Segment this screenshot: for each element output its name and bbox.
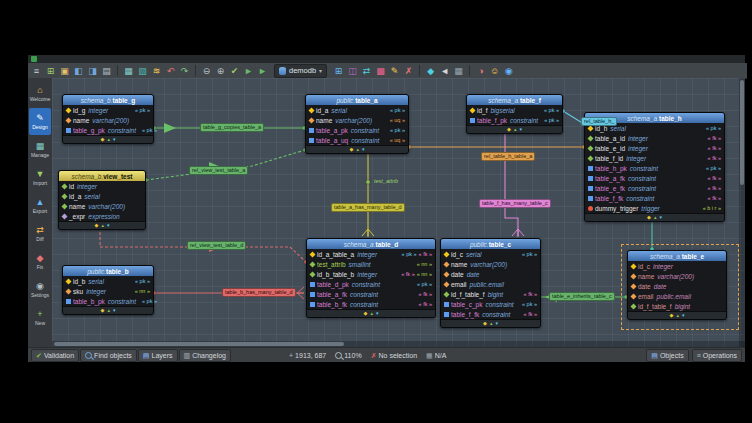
constraint-row[interactable]: table_f_fkconstraint« fk » [585,193,724,203]
collapse-icon[interactable]: ▴ [101,223,104,228]
statusbar-tab-layers[interactable]: ▤Layers [138,349,178,362]
relationship-label[interactable]: rel_view_test_table_a [189,166,248,175]
expand-icon[interactable]: ◆ [364,311,368,316]
sidebar-item-fix[interactable]: ◆Fix [29,248,51,275]
column-row[interactable]: id_f_table_fbigint« fk » [441,289,540,299]
table-header[interactable]: public.table_c [441,239,540,249]
column-row[interactable]: datedate [628,281,726,291]
constraint-row[interactable]: table_h_pkconstraint« pk » [585,163,724,173]
collapse-icon[interactable]: ▴ [514,127,517,132]
open-model-icon[interactable]: ▣ [58,65,71,77]
panel-button-objects[interactable]: ▤Objects [646,349,688,362]
new-table-icon[interactable]: ⊞ [332,65,345,77]
canvas-vertical-scrollbar[interactable] [739,78,745,347]
new-relationship-icon[interactable]: ⇄ [360,65,373,77]
sidebar-item-manage[interactable]: ▦Manage [29,136,51,163]
horizontal-scroll-thumb[interactable] [54,342,344,346]
view-view_test[interactable]: schema_b.view_testidintegerid_aserialnam… [58,170,146,230]
run-validation-icon[interactable]: ► [242,65,255,77]
collapse-icon[interactable]: ▴ [490,321,493,326]
column-row[interactable]: id_b_table_binteger« fk »« nn » [307,269,435,279]
column-row[interactable]: test_attribsmallint« nn » [307,259,435,269]
column-row[interactable]: emailpublic.email [441,279,540,289]
table-header[interactable]: schema_a.table_d [307,239,435,249]
new-view-icon[interactable]: ◫ [346,65,359,77]
constraint-row[interactable]: table_a_uqconstraint« uq » [306,135,408,145]
constraint-row[interactable]: table_f_fkconstraint« fk » [441,309,540,319]
info-icon[interactable]: ◉ [502,65,515,77]
table-table_e[interactable]: schema_a.table_eid_cintegernamevarchar(2… [627,250,727,320]
relationship-label[interactable]: table_e_inherits_table_c [549,292,615,301]
constraint-row[interactable]: table_c_pkconstraint« pk » [441,299,540,309]
expand-icon[interactable]: ◆ [350,147,354,152]
column-row[interactable]: id_aserial [59,191,145,201]
table-header[interactable]: public.table_a [306,95,408,105]
column-row[interactable]: emailpublic.email [628,291,726,301]
attribs-icon[interactable]: ▾ [376,311,379,316]
collapse-icon[interactable]: ▴ [107,308,110,313]
constraint-row[interactable]: table_e_fkconstraint« fk » [585,183,724,193]
relationship-label[interactable]: table_b_has_many_table_d [222,288,296,297]
relationship-label[interactable]: rel_table_h_table_a [481,152,535,161]
save-model-icon[interactable]: ◧ [72,65,85,77]
collapse-icon[interactable]: ▴ [370,311,373,316]
print-icon[interactable]: ▤ [100,65,113,77]
vertical-scroll-thumb[interactable] [740,80,744,185]
attribs-icon[interactable]: ▾ [495,321,498,326]
export-sql-icon[interactable]: ≋ [150,65,163,77]
column-row[interactable]: id_cserial« pk » [441,249,540,259]
constraint-row[interactable]: table_b_pkconstraint« pk » [63,296,153,306]
canvas-horizontal-scrollbar[interactable] [52,341,745,347]
table-table_g[interactable]: schema_b.table_gid_ginteger« pk »namevar… [62,94,154,144]
sidebar-item-design[interactable]: ✎Design [29,108,51,135]
database-selector[interactable]: demodb ▾ [274,64,327,78]
sidebar-item-diff[interactable]: ⇄Diff [29,220,51,247]
column-row[interactable]: id_a_table_ainteger« pk »« fk » [307,249,435,259]
export-svg-icon[interactable]: ▧ [136,65,149,77]
expand-icon[interactable]: ◆ [647,215,651,220]
table-header[interactable]: public.table_b [63,266,153,276]
run-export-icon[interactable]: ► [256,65,269,77]
attribs-icon[interactable]: ▾ [682,313,685,318]
column-row[interactable]: namevarchar(200) [59,201,145,211]
table-table_h[interactable]: schema_a.table_hid_hserial« pk »table_a_… [584,112,725,222]
zoom-in-icon[interactable]: ⊕ [214,65,227,77]
expand-icon[interactable]: ◆ [101,308,105,313]
redo-icon[interactable]: ↷ [178,65,191,77]
validate-icon[interactable]: ✔ [228,65,241,77]
constraint-row[interactable]: table_f_pkconstraint« pk » [467,115,562,125]
column-row[interactable]: namevarchar(200) [628,271,726,281]
table-table_d[interactable]: schema_a.table_did_a_table_ainteger« pk … [306,238,436,318]
attribs-icon[interactable]: ▾ [113,308,116,313]
grid-toggle-icon[interactable]: ▦ [452,65,465,77]
column-row[interactable]: skuinteger« nn » [63,286,153,296]
column-row[interactable]: id_ginteger« pk » [63,105,153,115]
expand-icon[interactable]: ◆ [507,127,511,132]
column-row[interactable]: dummy_triggertrigger« b i r » [585,203,724,213]
statusbar-tab-validation[interactable]: ✔Validation [31,349,79,362]
constraint-row[interactable]: table_a_fkconstraint« fk » [585,173,724,183]
export-image-icon[interactable]: ▦ [122,65,135,77]
statusbar-tab-find-objects[interactable]: Find objects [80,349,137,362]
table-table_c[interactable]: public.table_cid_cserial« pk »namevarcha… [440,238,541,328]
column-row[interactable]: namevarchar(200) [441,259,540,269]
attribs-icon[interactable]: ▾ [519,127,522,132]
sidebar-item-import[interactable]: ▼Import [29,164,51,191]
sidebar-item-new[interactable]: +New [29,304,51,331]
expand-icon[interactable]: ◆ [95,223,99,228]
sidebar-item-export[interactable]: ▲Export [29,192,51,219]
collapse-icon[interactable]: ▴ [107,137,110,142]
column-row[interactable]: _exprexpression [59,211,145,221]
column-row[interactable]: datedate [441,269,540,279]
attribs-icon[interactable]: ▾ [362,147,365,152]
column-row[interactable]: id_fbigserial« pk » [467,105,562,115]
constraint-row[interactable]: table_g_pkconstraint« pk » [63,125,153,135]
expand-icon[interactable]: ◆ [101,137,105,142]
undo-icon[interactable]: ↶ [164,65,177,77]
column-row[interactable]: namevarchar(200)« uq » [306,115,408,125]
about-icon[interactable]: ☺ [488,65,501,77]
column-row[interactable]: idinteger [59,181,145,191]
relationship-label[interactable]: table_g_copies_table_a [200,123,264,132]
collapse-icon[interactable]: ▴ [676,313,679,318]
column-row[interactable]: id_f_table_fbigint [628,301,726,311]
